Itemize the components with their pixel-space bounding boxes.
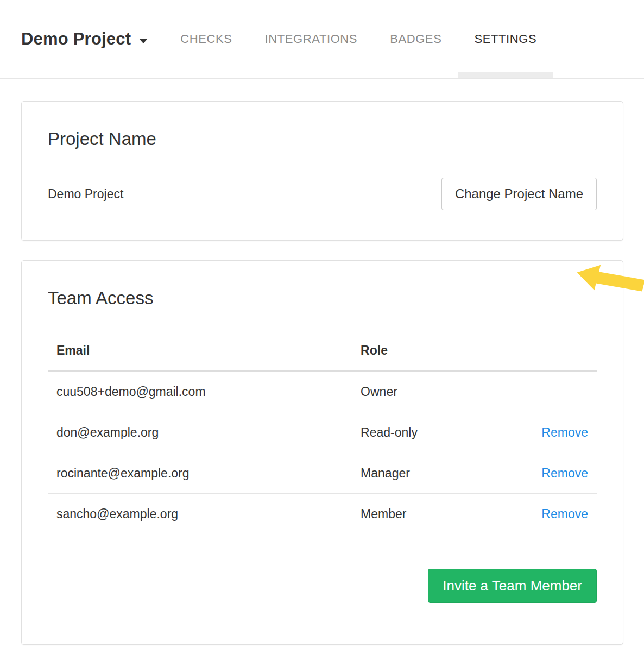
action-column-header [506, 330, 597, 371]
remove-member-link[interactable]: Remove [541, 425, 588, 439]
table-row: sancho@example.org Member Remove [48, 494, 597, 535]
project-title: Demo Project [21, 29, 131, 49]
table-row: don@example.org Read-only Remove [48, 412, 597, 453]
member-email: don@example.org [48, 412, 352, 453]
nav-tabs: CHECKS INTEGRATIONS BADGES SETTINGS [164, 0, 553, 78]
team-members-table: Email Role cuu508+demo@gmail.com Owner d… [48, 330, 597, 534]
table-row: cuu508+demo@gmail.com Owner [48, 371, 597, 412]
table-row: rocinante@example.org Manager Remove [48, 453, 597, 494]
invite-row: Invite a Team Member [48, 569, 597, 603]
settings-page: Project Name Demo Project Change Project… [0, 101, 644, 645]
project-name-row: Demo Project Change Project Name [48, 178, 597, 210]
member-email: cuu508+demo@gmail.com [48, 371, 352, 412]
invite-team-member-button[interactable]: Invite a Team Member [428, 569, 597, 603]
project-name-heading: Project Name [48, 129, 597, 149]
remove-member-link[interactable]: Remove [541, 507, 588, 521]
team-access-heading: Team Access [48, 288, 597, 309]
current-project-name: Demo Project [48, 187, 123, 202]
member-role: Owner [352, 371, 506, 412]
member-role: Manager [352, 453, 506, 494]
tab-checks[interactable]: CHECKS [164, 0, 248, 78]
role-column-header: Role [352, 330, 506, 371]
project-name-card: Project Name Demo Project Change Project… [21, 101, 623, 241]
member-email: sancho@example.org [48, 494, 352, 535]
member-action-cell: Remove [506, 412, 597, 453]
member-action-cell: Remove [506, 453, 597, 494]
member-action-cell: Remove [506, 494, 597, 535]
member-action-cell [506, 371, 597, 412]
member-role: Read-only [352, 412, 506, 453]
change-project-name-button[interactable]: Change Project Name [441, 178, 597, 210]
top-navbar: Demo Project CHECKS INTEGRATIONS BADGES … [0, 0, 644, 79]
remove-member-link[interactable]: Remove [541, 466, 588, 480]
project-switcher[interactable]: Demo Project [21, 29, 148, 49]
member-email: rocinante@example.org [48, 453, 352, 494]
email-column-header: Email [48, 330, 352, 371]
tab-settings[interactable]: SETTINGS [458, 0, 553, 78]
tab-badges[interactable]: BADGES [374, 0, 458, 78]
tab-integrations[interactable]: INTEGRATIONS [249, 0, 374, 78]
caret-down-icon [139, 39, 148, 43]
member-role: Member [352, 494, 506, 535]
table-header-row: Email Role [48, 330, 597, 371]
team-access-card: Team Access Email Role cuu508+demo@gmail… [21, 260, 623, 645]
